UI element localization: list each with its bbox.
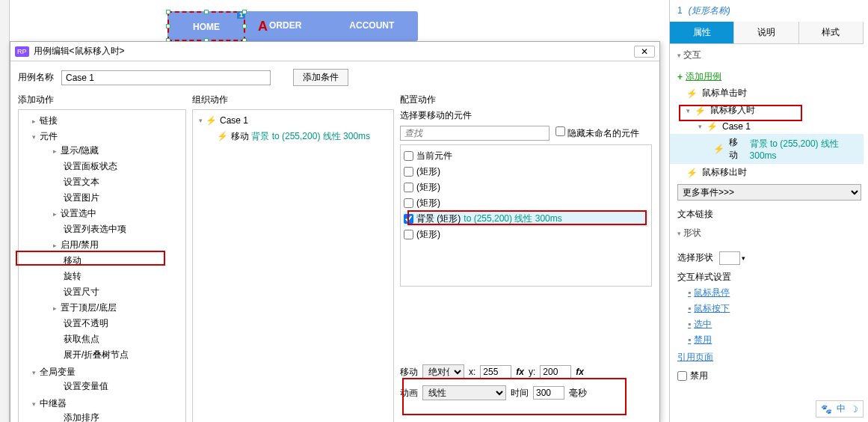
anim-label: 动画 [400,387,418,400]
disabled-checkbox[interactable]: 禁用 [670,367,864,385]
search-input[interactable] [400,126,550,141]
footer-ime-icons[interactable]: 🐾 中 ☽ [816,400,864,418]
org-case-1[interactable]: ▾⚡Case 1 [196,113,390,128]
section-interaction[interactable]: 交互 [677,49,856,61]
bullet-icon: ▪ [688,287,691,298]
bolt-icon: ⚡ [217,131,228,141]
hide-unnamed-toggle[interactable]: 隐藏未命名的元件 [555,125,639,141]
tree-links[interactable]: 链接 [22,113,182,129]
elist-current[interactable]: 当前元件 [404,148,648,164]
chevron-down-icon[interactable]: ▾ [742,254,745,262]
annotation-a: A [258,19,268,34]
canvas-tab-home[interactable]: HOME 1 [167,11,245,41]
move-label: 移动 [400,366,418,379]
widget-index: 1 [677,5,683,16]
thunder-icon: ⚡ [206,115,217,126]
reference-page-link[interactable]: 引用页面 [670,348,864,367]
event-case-1[interactable]: ▾⚡Case 1 [670,119,864,134]
fx-x-button[interactable]: fx [516,367,524,377]
anim-select[interactable]: 线性 [422,385,506,400]
tree-set-selected[interactable]: 设置选中 [43,206,182,221]
x-input[interactable] [480,365,511,379]
tree-widgets[interactable]: 元件 显示/隐藏 设置面板状态 设置文本 设置图片 设置选中 设置列表选中项 启… [22,129,182,364]
tab-style[interactable]: 样式 [799,22,864,43]
ime-label: 中 [837,403,846,415]
elist-bg-rect[interactable]: 背景 (矩形) to (255,200) 线性 300ms [404,211,648,227]
paw-icon: 🐾 [821,404,832,415]
case-name-input[interactable] [61,70,271,85]
rp-icon: RP [15,46,29,57]
inspector-panel: 1(矩形名称) 属性 说明 样式 交互 +添加用例 ⚡鼠标单击时 ▾⚡鼠标移入时… [669,0,864,422]
tree-repeater[interactable]: 中继器 添加排序 [22,396,182,422]
org-action-move[interactable]: ⚡移动 背景 to (255,200) 线性 300ms [196,128,390,145]
chevron-down-icon: ▾ [686,107,690,114]
col-add-action-header: 添加动作 [18,94,186,106]
elist-rect-4[interactable]: (矩形) [404,227,648,242]
tree-add-sort[interactable]: 添加排序 [43,410,182,422]
tree-show-hide[interactable]: 显示/隐藏 [43,143,182,159]
case-editor-dialog: RP 用例编辑<鼠标移入时> ✕ 用例名称 添加条件 添加动作 链接 元件 显示… [10,41,660,422]
select-shape-label: 选择形状 [677,252,713,263]
tree-opacity[interactable]: 设置不透明 [43,316,182,331]
case-name-label: 用例名称 [18,71,54,84]
tree-set-list-sel[interactable]: 设置列表选中项 [43,221,182,237]
bullet-icon: ▪ [688,334,691,345]
section-shape[interactable]: 形状 [677,227,856,239]
tab-notes[interactable]: 说明 [734,22,798,43]
y-input[interactable] [540,365,571,379]
tree-enable-disable[interactable]: 启用/禁用 [43,237,182,253]
col-conf-action-header: 配置动作 [400,94,652,106]
tree-set-image[interactable]: 设置图片 [43,190,182,206]
bullet-icon: ▪ [688,319,691,329]
canvas-tab-home-label: HOME [193,22,220,32]
plus-icon: + [677,72,683,82]
style-selected[interactable]: ▪选中 [670,316,864,332]
y-label: y: [529,367,535,377]
tab-properties[interactable]: 属性 [670,22,734,43]
bolt-icon: ⚡ [713,144,724,154]
event-mousein[interactable]: ▾⚡鼠标移入时 [670,102,864,119]
time-label: 时间 [511,387,529,400]
tree-panel-state[interactable]: 设置面板状态 [43,159,182,174]
tree-tree-nodes[interactable]: 展开/折叠树节点 [43,347,182,363]
bullet-icon: ▪ [688,303,691,314]
elist-rect-1[interactable]: (矩形) [404,164,648,180]
event-mouseout[interactable]: ⚡鼠标移出时 [670,164,864,181]
tree-focus[interactable]: 获取焦点 [43,331,182,347]
elist-rect-2[interactable]: (矩形) [404,180,648,195]
dialog-title: 用例编辑<鼠标移入时> [34,45,125,58]
moon-icon: ☽ [850,404,858,415]
style-mousedown[interactable]: ▪鼠标按下 [670,301,864,316]
time-input[interactable] [533,386,564,400]
thunder-icon: ⚡ [707,121,718,132]
event-icon: ⚡ [686,168,698,178]
canvas-tab-account[interactable]: ACCOUNT [325,11,418,41]
add-case-button[interactable]: +添加用例 [670,69,864,85]
tree-global-vars[interactable]: 全局变量 设置变量值 [22,364,182,396]
style-disabled[interactable]: ▪禁用 [670,332,864,348]
tree-rotate[interactable]: 旋转 [43,269,182,284]
add-condition-button[interactable]: 添加条件 [293,69,348,86]
ms-label: 毫秒 [569,387,587,400]
style-hover[interactable]: ▪鼠标悬停 [670,285,864,301]
widget-name-placeholder[interactable]: (矩形名称) [689,5,730,16]
more-events-select[interactable]: 更多事件>>> [677,184,861,201]
close-icon[interactable]: ✕ [634,46,655,58]
tree-move[interactable]: 移动 [43,253,182,269]
select-widgets-label: 选择要移动的元件 [400,109,652,122]
elist-rect-3[interactable]: (矩形) [404,195,648,211]
tree-set-text[interactable]: 设置文本 [43,174,182,190]
fx-y-button[interactable]: fx [576,367,584,377]
x-label: x: [469,367,475,377]
chevron-down-icon: ▾ [199,117,203,124]
shape-selector[interactable] [719,251,740,265]
text-link-label: 文本链接 [670,204,864,222]
tree-set-var[interactable]: 设置变量值 [43,379,182,394]
event-icon: ⚡ [695,106,706,116]
tree-front-back[interactable]: 置于顶层/底层 [43,300,182,316]
event-click[interactable]: ⚡鼠标单击时 [670,85,864,102]
interaction-style-label: 交互样式设置 [670,266,864,285]
tree-set-size[interactable]: 设置尺寸 [43,284,182,300]
move-mode-select[interactable]: 绝对位 [422,364,464,379]
event-action-move[interactable]: ⚡移动 背景 to (255,200) 线性 300ms [670,134,864,164]
